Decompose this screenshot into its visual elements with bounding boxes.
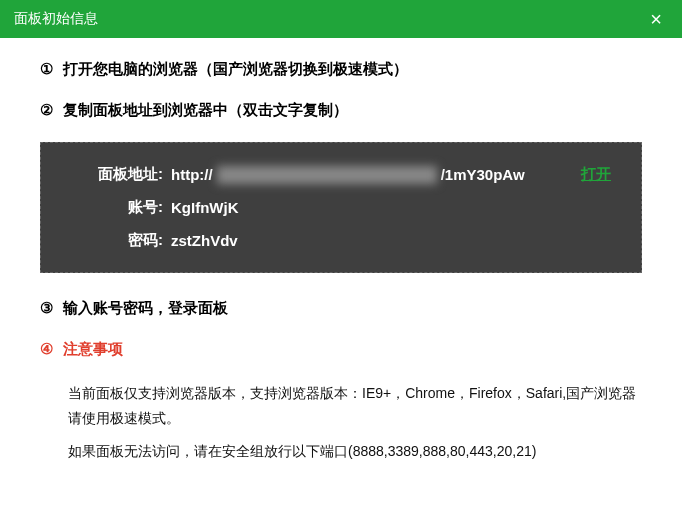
notice-line-1: 当前面板仅支持浏览器版本，支持浏览器版本：IE9+，Chrome，Firefox… [68,381,642,431]
password-value: zstZhVdv [171,232,611,249]
step-2-text: 复制面板地址到浏览器中（双击文字复制） [63,101,348,118]
content: ① 打开您电脑的浏览器（国产浏览器切换到极速模式） ② 复制面板地址到浏览器中（… [0,38,682,493]
step-4: ④ 注意事项 [40,340,642,359]
step-1: ① 打开您电脑的浏览器（国产浏览器切换到极速模式） [40,60,642,79]
panel-address-row[interactable]: 面板地址: http:// /1mY30pAw 打开 [71,165,611,184]
url-suffix: /1mY30pAw [441,166,525,183]
titlebar: 面板初始信息 × [0,0,682,38]
step-3: ③ 输入账号密码，登录面板 [40,299,642,318]
step-3-num: ③ [40,299,53,317]
step-1-num: ① [40,60,53,78]
notice-block: 当前面板仅支持浏览器版本，支持浏览器版本：IE9+，Chrome，Firefox… [40,381,642,465]
username-value: KgIfnWjK [171,199,611,216]
titlebar-title: 面板初始信息 [14,10,98,28]
step-3-text: 输入账号密码，登录面板 [63,299,228,316]
step-2-num: ② [40,101,53,119]
step-2: ② 复制面板地址到浏览器中（双击文字复制） [40,101,642,120]
close-icon[interactable]: × [644,8,668,31]
open-link[interactable]: 打开 [581,165,611,184]
step-1-text: 打开您电脑的浏览器（国产浏览器切换到极速模式） [63,60,408,77]
password-label: 密码: [71,231,163,250]
username-label: 账号: [71,198,163,217]
username-row[interactable]: 账号: KgIfnWjK [71,198,611,217]
url-blurred-icon [217,166,437,184]
step-4-text: 注意事项 [63,340,123,357]
password-row[interactable]: 密码: zstZhVdv [71,231,611,250]
panel-address-value: http:// /1mY30pAw [171,166,559,184]
notice-line-2: 如果面板无法访问，请在安全组放行以下端口(8888,3389,888,80,44… [68,439,642,464]
url-prefix: http:// [171,166,213,183]
info-box: 面板地址: http:// /1mY30pAw 打开 账号: KgIfnWjK … [40,142,642,273]
panel-address-label: 面板地址: [71,165,163,184]
step-4-num: ④ [40,340,53,358]
